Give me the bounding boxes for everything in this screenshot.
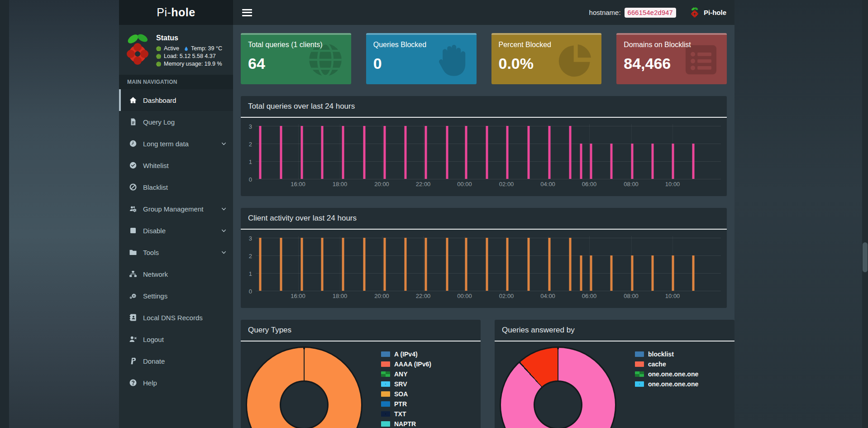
status-temp-text: Temp: 39 °C [191,45,222,52]
x-axis: 16:0018:0020:0022:0000:0002:0004:0006:00… [256,291,721,301]
scrollbar-thumb[interactable] [863,242,868,272]
query-bar [465,126,467,179]
sidebar-item-tools[interactable]: Tools [119,241,233,263]
total-queries-chart: 012316:0018:0020:0022:0000:0002:0004:000… [241,118,727,196]
y-axis-tick-label: 0 [249,176,252,183]
card-label: Domains on Blocklist [624,41,720,49]
bar-plot-area: 0123 [256,124,721,179]
query-bar [446,126,448,179]
x-axis-tick-label: 10:00 [665,181,680,188]
app-window: Pi-hole hostname: 666154e2d947 [119,0,734,428]
legend-item-any[interactable]: ANY [381,369,431,379]
temperature-droplet-icon [184,46,189,52]
legend-item-cache[interactable]: cache [635,359,698,369]
query-types-chart: A (IPv4)AAAA (IPv6)ANYSRVSOAPTRTXTNAPTR [241,341,481,428]
sidebar-item-long-term-data[interactable]: Long term data [119,133,233,154]
query-bar [631,255,633,291]
legend-item-srv[interactable]: SRV [381,379,431,389]
sidebar-item-settings[interactable]: Settings [119,285,233,307]
sidebar-item-dashboard[interactable]: Dashboard [119,89,233,111]
bottom-panels-row: Query Types A (IPv4)AAAA (IPv6)ANYSRVSOA… [241,320,727,428]
sidebar-item-group-management[interactable]: Group Management [119,198,233,220]
legend-item-a-ipv4-[interactable]: A (IPv4) [381,349,431,359]
legend-label: ANY [394,370,408,378]
legend-item-blocklist[interactable]: blocklist [635,349,698,359]
query-bar [569,238,571,291]
sidebar-item-network[interactable]: Network [119,263,233,285]
queries-answered-by-chart: blocklistcacheone.one.one.oneone.one.one… [495,341,734,428]
sidebar-item-disable[interactable]: Disable [119,220,233,241]
query-bar [506,238,509,291]
legend-item-one-one-one-one[interactable]: one.one.one.one [635,369,698,379]
card-label: Percent Blocked [499,41,595,49]
sidebar-item-label: Query Log [143,118,175,126]
chart-legend: blocklistcacheone.one.one.oneone.one.one… [635,349,698,389]
query-bar [259,126,262,179]
x-axis-tick-label: 18:00 [333,181,348,188]
sidebar-item-label: Disable [143,227,166,235]
legend-item-aaaa-ipv6-[interactable]: AAAA (IPv6) [381,359,431,369]
x-axis-tick-label: 02:00 [499,181,514,188]
legend-label: PTR [394,400,407,408]
x-axis-tick-label: 10:00 [665,293,680,299]
status-row: Load: 5.12 5.58 4.37 [156,53,222,59]
sidebar-item-label: Settings [143,292,167,300]
vertical-gridline [382,236,382,291]
card-value: 84,466 [624,55,720,72]
legend-item-txt[interactable]: TXT [381,409,431,419]
query-bar [465,238,467,291]
vertical-gridline [423,124,424,179]
legend-item-soa[interactable]: SOA [381,389,431,399]
legend-color-chip [635,351,644,357]
query-bar [446,238,448,291]
sidebar-item-query-log[interactable]: Query Log [119,111,233,133]
x-axis-tick-label: 22:00 [416,293,431,299]
brand-text: Pi-hole [704,9,726,16]
status-ok-icon [156,54,161,59]
page-background-left [0,0,119,428]
legend-item-one-one-one-one[interactable]: one.one.one.one [635,379,698,389]
navbar-brand: Pi-hole [690,7,726,19]
panel-title: Total queries over last 24 hours [241,96,727,118]
query-bar [580,144,582,179]
summary-card-percent-blocked: Percent Blocked0.0% [491,33,602,84]
panel-title: Queries answered by [495,320,734,341]
pihole-dashboard: Pi-hole hostname: 666154e2d947 [0,0,868,428]
sidebar-item-logout[interactable]: Logout [119,328,233,350]
x-axis: 16:0018:0020:0022:0000:0002:0004:0006:00… [256,179,721,189]
x-axis-tick-label: 16:00 [291,293,305,299]
legend-item-ptr[interactable]: PTR [381,399,431,409]
query-bar [548,238,550,291]
card-value: 0 [373,55,469,72]
sidebar-item-label: Group Management [143,205,203,213]
logo-text-thin: Pi- [157,6,171,19]
query-bar [590,255,592,291]
query-bar [259,238,262,291]
legend-color-chip [381,351,390,357]
query-bar [651,255,653,291]
legend-color-chip [381,361,390,367]
sidebar-item-donate[interactable]: Donate [119,350,233,372]
sidebar-item-label: Help [143,379,157,387]
card-value: 64 [248,55,344,72]
legend-label: one.one.one.one [648,380,698,388]
sidebar-toggle-icon[interactable] [242,9,252,16]
vertical-gridline [340,236,340,291]
sidebar-item-label: Donate [143,357,165,365]
app-logo[interactable]: Pi-hole [119,0,233,25]
legend-item-naptr[interactable]: NAPTR [381,419,431,428]
status-info: Status ActiveTemp: 39 °CLoad: 5.12 5.58 … [156,32,222,68]
sidebar-item-help[interactable]: Help [119,372,233,394]
sidebar-item-whitelist[interactable]: Whitelist [119,154,233,176]
page-scrollbar[interactable] [862,0,868,428]
vertical-gridline [298,124,299,179]
summary-card-domains-on-blocklist: Domains on Blocklist84,466 [616,33,727,84]
chevron-down-icon [221,206,227,212]
query-types-panel: Query Types A (IPv4)AAAA (IPv6)ANYSRVSOA… [241,320,481,428]
query-bar [651,144,653,179]
sidebar-item-local-dns-records[interactable]: Local DNS Records [119,307,233,328]
sidebar-item-blacklist[interactable]: Blacklist [119,176,233,198]
status-title: Status [156,34,222,42]
top-navbar: Pi-hole hostname: 666154e2d947 [119,0,734,25]
sidebar-section-header: MAIN NAVIGATION [119,75,233,89]
